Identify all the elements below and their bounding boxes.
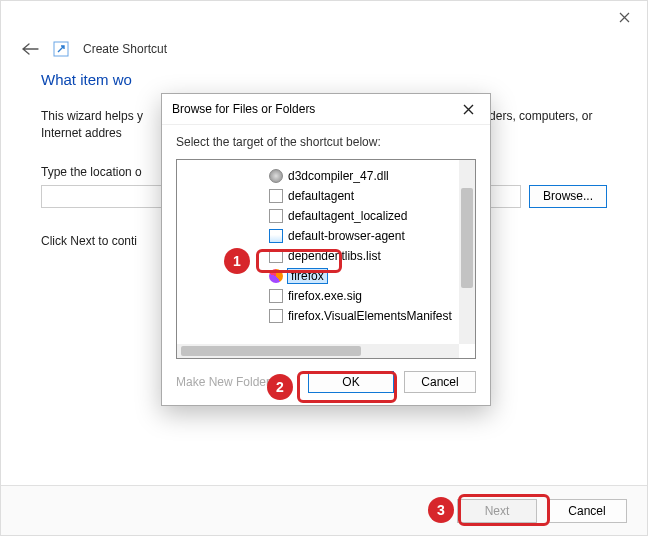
shortcut-wizard-icon — [53, 41, 69, 57]
browse-dialog: Browse for Files or Folders Select the t… — [161, 93, 491, 406]
tree-item[interactable]: defaultagent — [181, 186, 471, 206]
tree-item-label: defaultagent_localized — [288, 209, 407, 223]
file-icon — [269, 209, 283, 223]
browse-dialog-titlebar: Browse for Files or Folders — [162, 94, 490, 125]
tree-item-label: d3dcompiler_47.dll — [288, 169, 389, 183]
vertical-scrollbar[interactable] — [459, 160, 475, 344]
next-button[interactable]: Next — [457, 499, 537, 523]
back-arrow-icon[interactable] — [21, 42, 39, 56]
browse-dialog-buttons: Make New Folder OK Cancel — [176, 371, 476, 393]
file-icon — [269, 289, 283, 303]
tree-item-label: firefox.exe.sig — [288, 289, 362, 303]
titlebar — [1, 1, 647, 33]
browse-dialog-title: Browse for Files or Folders — [172, 102, 315, 116]
app-icon — [269, 229, 283, 243]
fx-icon — [269, 269, 283, 283]
file-icon — [269, 249, 283, 263]
file-icon — [269, 189, 283, 203]
window-title: Create Shortcut — [83, 42, 167, 56]
tree-item-label: default-browser-agent — [288, 229, 405, 243]
tree-item[interactable]: firefox.exe.sig — [181, 286, 471, 306]
tree-item[interactable]: dependentlibs.list — [181, 246, 471, 266]
file-icon — [269, 309, 283, 323]
tree-item[interactable]: firefox — [181, 266, 471, 286]
tree-item[interactable]: default-browser-agent — [181, 226, 471, 246]
tree-item[interactable]: defaultagent_localized — [181, 206, 471, 226]
tree-item[interactable]: firefox.VisualElementsManifest — [181, 306, 471, 326]
tree-item-label: defaultagent — [288, 189, 354, 203]
footer: Next Cancel — [1, 485, 647, 535]
browse-dialog-body: Select the target of the shortcut below:… — [162, 125, 490, 405]
tree-item-label: firefox — [288, 269, 327, 283]
browse-button[interactable]: Browse... — [529, 185, 607, 208]
browse-dialog-close-icon[interactable] — [457, 104, 480, 115]
page-heading: What item wo — [41, 71, 607, 88]
make-new-folder-button[interactable]: Make New Folder — [176, 375, 270, 389]
gear-icon — [269, 169, 283, 183]
browse-instruction: Select the target of the shortcut below: — [176, 135, 476, 149]
horizontal-scrollbar[interactable] — [177, 344, 459, 358]
close-icon[interactable] — [601, 1, 647, 33]
tree-item[interactable]: d3dcompiler_47.dll — [181, 166, 471, 186]
ok-button[interactable]: OK — [308, 371, 394, 393]
tree-item-label: dependentlibs.list — [288, 249, 381, 263]
browse-cancel-button[interactable]: Cancel — [404, 371, 476, 393]
tree-item-label: firefox.VisualElementsManifest — [288, 309, 452, 323]
cancel-button[interactable]: Cancel — [547, 499, 627, 523]
folder-tree[interactable]: d3dcompiler_47.dlldefaultagentdefaultage… — [176, 159, 476, 359]
header-row: Create Shortcut — [1, 33, 647, 65]
